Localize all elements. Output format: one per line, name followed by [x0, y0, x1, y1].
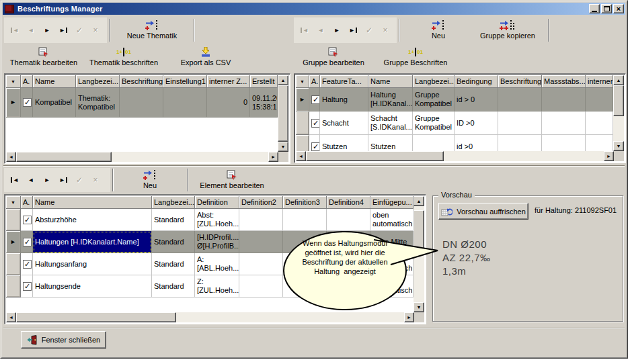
- table-row[interactable]: ✓ Schacht Schacht[S.IDKanal... GruppeKom…: [296, 111, 613, 135]
- checkbox-checked[interactable]: ✓: [23, 216, 32, 224]
- scrollbar-thumb[interactable]: [306, 151, 444, 161]
- scroll-right-button[interactable]: ►: [268, 152, 278, 162]
- cell-active[interactable]: ✓: [21, 253, 33, 275]
- cell-empty[interactable]: [498, 135, 542, 151]
- prev-record-button[interactable]: ◄: [23, 173, 39, 187]
- col-header-a[interactable]: A.: [21, 75, 33, 88]
- cell-definition[interactable]: [H.IDProfil....Ø[H.ProfilB...: [195, 231, 239, 253]
- col-header-name[interactable]: Name: [33, 196, 152, 209]
- scroll-down-button[interactable]: ▼: [278, 142, 288, 152]
- thematik-bearbeiten-button[interactable]: Thematik bearbeiten: [6, 46, 81, 70]
- cancel-edit-button[interactable]: ×: [87, 173, 104, 187]
- thematik-beschriften-button[interactable]: 1+01 Thematik beschriften: [84, 46, 163, 70]
- last-record-button[interactable]: ►: [55, 173, 71, 187]
- close-button[interactable]: ×: [613, 4, 624, 13]
- filter-button[interactable]: ▼: [6, 196, 21, 209]
- table-row[interactable]: ► ✓ Kompatibel Thematik:Kompatibel 0 09.…: [6, 88, 278, 118]
- cell-empty[interactable]: [283, 209, 327, 231]
- cell-featuretable[interactable]: Haltung: [320, 88, 368, 111]
- cell-active[interactable]: ✓: [21, 209, 33, 231]
- scroll-right-button[interactable]: ►: [404, 312, 414, 322]
- prev-record-button[interactable]: ◄: [313, 24, 329, 37]
- scrollbar-thumb[interactable]: [16, 152, 112, 162]
- cell-name[interactable]: Absturzhöhe: [33, 209, 152, 231]
- col-header-a[interactable]: A.: [309, 75, 320, 88]
- scrollbar-thumb[interactable]: [613, 85, 624, 116]
- post-edit-button[interactable]: ✓: [71, 24, 87, 37]
- table-row[interactable]: ► ✓ Haltung Haltung[H.IDKanal... GruppeK…: [296, 88, 613, 111]
- cell-active[interactable]: ✓: [21, 88, 33, 118]
- cell-empty[interactable]: [498, 88, 542, 111]
- table-row[interactable]: ✓ Stutzen Stutzen id >0: [296, 135, 613, 151]
- col-header-beschriftung[interactable]: Beschriftung: [498, 75, 542, 88]
- vertical-scrollbar[interactable]: ▲ ▼: [414, 196, 424, 312]
- cell-bedingung[interactable]: id >0: [455, 135, 498, 151]
- first-record-button[interactable]: ◄: [7, 173, 23, 187]
- checkbox-checked[interactable]: ✓: [23, 238, 32, 246]
- cell-active[interactable]: ✓: [309, 135, 320, 151]
- cell-empty[interactable]: [327, 231, 370, 253]
- checkbox-checked[interactable]: ✓: [23, 260, 32, 269]
- cell-langbezeichnung[interactable]: GruppeKompatibel: [413, 111, 455, 135]
- scrollbar-thumb[interactable]: [278, 85, 288, 142]
- gruppe-beschriften-button[interactable]: 1+01 Gruppe Beschriften: [375, 46, 457, 70]
- table-row[interactable]: ► ✓ Haltungen [H.IDKanalart.Name] Standa…: [6, 231, 414, 253]
- cell-langbezeichnung[interactable]: Standard: [152, 209, 195, 231]
- titlebar[interactable]: Beschriftungs Manager ×: [3, 3, 625, 15]
- maximize-button[interactable]: [601, 4, 612, 13]
- neu-gruppe-button[interactable]: Neu: [412, 19, 465, 43]
- vorschau-auffrischen-button[interactable]: Vorschau auffrischen: [438, 203, 528, 220]
- cell-active[interactable]: ✓: [309, 88, 320, 111]
- cell-erstellt[interactable]: 09.11.2015:38:1: [250, 88, 278, 118]
- cell-empty[interactable]: [163, 88, 207, 118]
- col-header-definition[interactable]: Definition: [195, 196, 239, 209]
- col-header-definition4[interactable]: Definition4: [327, 196, 370, 209]
- cell-featuretable[interactable]: Schacht: [320, 111, 368, 135]
- cell-empty[interactable]: [542, 135, 586, 151]
- cell-empty[interactable]: [586, 135, 613, 151]
- cell-name-focused[interactable]: Haltungen [H.IDKanalart.Name]: [33, 231, 152, 253]
- vertical-scrollbar[interactable]: ▲ ▼: [278, 75, 288, 152]
- table-row[interactable]: ✓ Absturzhöhe Standard Abst:[ZUL.Hoeh...…: [6, 209, 414, 231]
- cell-empty[interactable]: [498, 111, 542, 135]
- next-record-button[interactable]: ►: [329, 24, 345, 37]
- cell-empty[interactable]: [586, 88, 613, 111]
- cell-empty[interactable]: [120, 88, 163, 118]
- cell-empty[interactable]: [586, 111, 613, 135]
- cell-langbezeichnung[interactable]: Standard: [152, 275, 195, 298]
- cell-name[interactable]: Haltung[H.IDKanal...: [368, 88, 413, 111]
- cell-langbezeichnung[interactable]: Standard: [152, 231, 195, 253]
- cell-active[interactable]: ✓: [21, 231, 33, 253]
- cell-empty[interactable]: [327, 209, 370, 231]
- cell-empty[interactable]: [283, 231, 327, 253]
- horizontal-scrollbar[interactable]: ◄ ►: [6, 152, 278, 162]
- horizontal-scrollbar[interactable]: ◄ ►: [6, 312, 414, 322]
- last-record-button[interactable]: ►: [55, 24, 71, 37]
- fenster-schliessen-button[interactable]: Fenster schließen: [21, 331, 106, 349]
- col-header-langbezeichnung[interactable]: Langbezei...: [413, 75, 455, 88]
- cell-empty[interactable]: [542, 88, 586, 111]
- scroll-right-button[interactable]: ►: [604, 151, 614, 161]
- cell-empty[interactable]: [283, 253, 327, 275]
- checkbox-checked[interactable]: ✓: [311, 119, 320, 128]
- cell-active[interactable]: ✓: [309, 111, 320, 135]
- col-header-langbezeichnung[interactable]: Langbezei...: [76, 75, 120, 88]
- cancel-edit-button[interactable]: ×: [377, 24, 393, 37]
- scroll-down-button[interactable]: ▼: [613, 141, 624, 151]
- col-header-erstellt[interactable]: Erstellt a: [250, 75, 278, 88]
- cell-empty[interactable]: [239, 209, 283, 231]
- checkbox-checked[interactable]: ✓: [23, 98, 32, 107]
- cell-name[interactable]: Haltungsende: [33, 275, 152, 298]
- col-header-interner[interactable]: interner Z...: [207, 75, 250, 88]
- filter-button[interactable]: ▼: [6, 75, 21, 88]
- cell-definition[interactable]: A:[ABL.Hoeh...: [195, 253, 239, 275]
- scroll-up-button[interactable]: ▲: [613, 75, 624, 85]
- cell-langbezeichnung[interactable]: GruppeKompatibel: [413, 88, 455, 111]
- vertical-scrollbar[interactable]: ▲ ▼: [613, 75, 624, 151]
- post-edit-button[interactable]: ✓: [361, 24, 377, 37]
- cell-definition[interactable]: Abst:[ZUL.Hoeh...: [195, 209, 239, 231]
- cell-empty[interactable]: [327, 253, 370, 275]
- col-header-einfuegeposition[interactable]: Einfügepu...: [370, 196, 414, 209]
- cell-langbezeichnung[interactable]: [413, 135, 455, 151]
- first-record-button[interactable]: ◄: [297, 24, 313, 37]
